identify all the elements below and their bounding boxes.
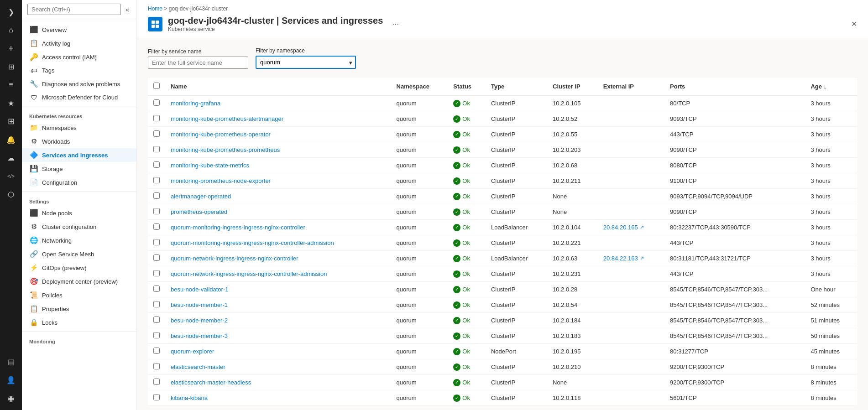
service-name-link[interactable]: elasticsearch-master	[171, 363, 225, 370]
service-name-link[interactable]: monitoring-kube-state-metrics	[171, 162, 249, 169]
sidebar-item-properties[interactable]: 📋 Properties	[22, 302, 136, 316]
service-name-link[interactable]: alertmanager-operated	[171, 193, 231, 200]
header-text: goq-dev-jlo6434r-cluster | Services and …	[168, 16, 383, 32]
networking-icon: 🌐	[29, 236, 38, 244]
sidebar-item-access-control[interactable]: 🔑 Access control (IAM)	[22, 50, 136, 64]
sidebar-item-locks[interactable]: 🔒 Locks	[22, 316, 136, 329]
service-name-link[interactable]: monitoring-kube-prometheus-operator	[171, 131, 271, 138]
header-age[interactable]: Age ↓	[805, 78, 857, 95]
star-icon[interactable]: ★	[3, 95, 19, 111]
service-ports: 443/TCP	[664, 235, 805, 251]
puzzle-icon[interactable]: ⬡	[3, 186, 19, 202]
defender-icon: 🛡	[29, 93, 38, 101]
external-ip-link[interactable]: 20.84.22.163	[603, 255, 638, 262]
row-checkbox[interactable]	[153, 192, 160, 199]
row-checkbox[interactable]	[153, 115, 160, 121]
row-checkbox[interactable]	[153, 394, 160, 400]
sidebar-item-defender[interactable]: 🛡 Microsoft Defender for Cloud	[22, 91, 136, 104]
row-checkbox[interactable]	[153, 363, 160, 369]
service-status: ✓Ok	[448, 142, 486, 158]
row-checkbox[interactable]	[153, 130, 160, 137]
menu-icon[interactable]: ≡	[3, 77, 19, 93]
plus-icon[interactable]: +	[3, 40, 19, 57]
row-checkbox[interactable]	[153, 332, 160, 338]
person-icon[interactable]: 👤	[3, 372, 19, 388]
bell-icon[interactable]: 🔔	[3, 131, 19, 148]
sidebar-item-deployment-center[interactable]: 🎯 Deployment center (preview)	[22, 275, 136, 288]
more-options-icon[interactable]: ···	[392, 19, 399, 29]
external-ip-link[interactable]: 20.84.20.165	[603, 224, 638, 231]
service-name-input[interactable]	[148, 57, 248, 69]
namespace-select[interactable]: quorum default kube-system monitoring	[256, 56, 356, 69]
sidebar-item-activity-log[interactable]: 📋 Activity log	[22, 36, 136, 50]
service-external-ip	[598, 204, 664, 220]
grid-icon[interactable]: ⊞	[3, 113, 19, 130]
cloud-icon[interactable]: ☁	[3, 150, 19, 166]
row-checkbox[interactable]	[153, 177, 160, 183]
row-checkbox[interactable]	[153, 208, 160, 214]
service-cluster-ip: 10.2.0.104	[547, 220, 598, 235]
row-checkbox[interactable]	[153, 379, 160, 385]
expand-icon[interactable]: ❯	[3, 4, 19, 20]
breadcrumb-home[interactable]: Home	[148, 5, 162, 12]
row-checkbox[interactable]	[153, 270, 160, 276]
service-name-link[interactable]: quorum-explorer	[171, 348, 214, 355]
service-name-link[interactable]: quorum-monitoring-ingress-ingress-nginx-…	[171, 239, 334, 246]
dashboard-icon[interactable]: ⊞	[3, 58, 19, 75]
row-checkbox[interactable]	[153, 146, 160, 152]
circle-icon[interactable]: ◉	[3, 390, 19, 406]
service-name-link[interactable]: prometheus-operated	[171, 208, 227, 215]
header-namespace: Namespace	[391, 78, 448, 95]
sidebar-item-gitops[interactable]: ⚡ GitOps (preview)	[22, 261, 136, 275]
service-name-link[interactable]: quorum-monitoring-ingress-ingress-nginx-…	[171, 224, 305, 231]
row-checkbox[interactable]	[153, 285, 160, 292]
service-name-link[interactable]: monitoring-kube-prometheus-alertmanager	[171, 115, 283, 122]
service-name-link[interactable]: kibana-kibana	[171, 394, 208, 401]
sidebar-item-tags[interactable]: 🏷 Tags	[22, 64, 136, 77]
search-input[interactable]	[27, 4, 121, 15]
service-name-link[interactable]: monitoring-grafana	[171, 100, 220, 107]
close-button[interactable]: ✕	[851, 20, 857, 28]
service-name-link[interactable]: monitoring-prometheus-node-exporter	[171, 177, 271, 184]
row-checkbox[interactable]	[153, 301, 160, 307]
row-checkbox[interactable]	[153, 223, 160, 230]
breadcrumb-current: goq-dev-jlo6434r-cluster	[169, 5, 228, 12]
sidebar-item-namespaces[interactable]: 📁 Namespaces	[22, 121, 136, 135]
sidebar-item-policies[interactable]: 📜 Policies	[22, 288, 136, 302]
row-checkbox[interactable]	[153, 254, 160, 261]
namespaces-icon: 📁	[29, 124, 38, 132]
row-checkbox[interactable]	[153, 348, 160, 354]
sidebar-item-configuration[interactable]: 📄 Configuration	[22, 176, 136, 189]
sidebar-item-cluster-config[interactable]: ⚙ Cluster configuration	[22, 220, 136, 234]
sidebar-item-networking[interactable]: 🌐 Networking	[22, 234, 136, 247]
row-checkbox[interactable]	[153, 239, 160, 245]
home-icon[interactable]: ⌂	[3, 22, 19, 38]
service-name-link[interactable]: besu-node-member-2	[171, 317, 228, 324]
service-name-label: Filter by service name	[148, 48, 248, 55]
sidebar-item-node-pools[interactable]: ⬛ Node pools	[22, 206, 136, 220]
collapse-button[interactable]: «	[124, 4, 131, 15]
service-name-link[interactable]: monitoring-kube-prometheus-prometheus	[171, 146, 280, 153]
service-name-link[interactable]: quorum-network-ingress-ingress-nginx-con…	[171, 270, 327, 277]
row-checkbox[interactable]	[153, 99, 160, 106]
bars-icon[interactable]: ▤	[3, 353, 19, 370]
service-name-link[interactable]: quorum-network-ingress-ingress-nginx-con…	[171, 255, 298, 262]
service-name-link[interactable]: besu-node-member-1	[171, 301, 228, 308]
service-name-link[interactable]: elasticsearch-master-headless	[171, 379, 251, 386]
sidebar-item-overview[interactable]: ⬛ Overview	[22, 23, 136, 36]
table-row: prometheus-operatedquorum✓OkClusterIPNon…	[148, 204, 857, 220]
service-ports: 80:31181/TCP,443:31721/TCP	[664, 251, 805, 266]
row-checkbox[interactable]	[153, 161, 160, 168]
select-all-checkbox[interactable]	[153, 83, 160, 89]
service-age: 3 hours	[805, 220, 857, 235]
sidebar-item-storage[interactable]: 💾 Storage	[22, 162, 136, 176]
code-icon[interactable]: </>	[3, 168, 19, 184]
sidebar-item-diagnose[interactable]: 🔧 Diagnose and solve problems	[22, 77, 136, 91]
sidebar-item-workloads[interactable]: ⚙ Workloads	[22, 135, 136, 148]
sidebar-item-services-ingresses[interactable]: 🔷 Services and ingresses	[22, 148, 136, 162]
service-name-filter: Filter by service name	[148, 48, 248, 69]
sidebar-item-open-service-mesh[interactable]: 🔗 Open Service Mesh	[22, 247, 136, 261]
service-name-link[interactable]: besu-node-member-3	[171, 332, 228, 339]
service-name-link[interactable]: besu-node-validator-1	[171, 286, 228, 293]
row-checkbox[interactable]	[153, 317, 160, 323]
